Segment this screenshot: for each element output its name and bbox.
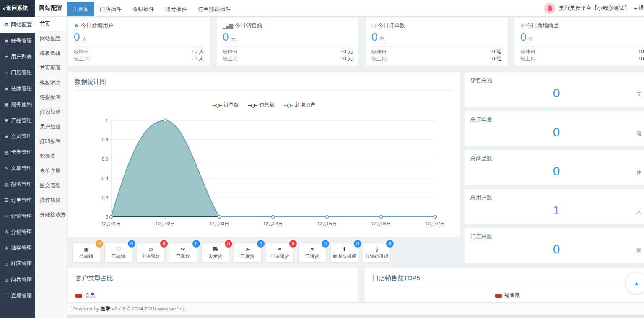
order-button-pending-verify[interactable]: 0 ◉待核销 [72,243,100,263]
order-button-refunded[interactable]: 0 ✂已退款 [169,243,197,263]
live-tv-icon: ▢ [3,293,10,299]
submenu-item-user-sms[interactable]: 用户短信 [35,120,67,134]
chevron-left-icon: ‹ [3,5,5,11]
sidebar-item-survey[interactable]: ▤问卷管理 [0,272,35,288]
order-button-refund-requested[interactable]: 0 ∞申请退款 [137,243,165,263]
customer-type-panel: 客户类型占比 会员 非会员 [68,268,358,302]
submenu-item-template-message[interactable]: 模板消息 [35,76,67,90]
svg-text:12月05日: 12月05日 [317,221,337,226]
customer-type-title: 客户类型占比 [75,268,350,287]
order-button-shipped[interactable]: 0 ➤已发货 [234,243,262,263]
arrow-up-icon: ▲ [634,280,639,287]
sidebar-item-store[interactable]: ⌂门店管理 [0,65,35,81]
sidebar-item-coupon[interactable]: ▤卡券管理 [0,144,35,160]
submenu-item-merchant-sms[interactable]: 商家短信 [35,105,67,120]
legend-new-users[interactable]: 新增用户 [284,102,315,109]
store-sales-title: 门店销售额TOP5 [372,268,642,287]
tab-bar: 主界面 门店插件 收银插件 取号插件 订单辅助插件 [67,0,236,16]
submenu-item-home[interactable]: 首页 [35,17,67,31]
order-icon: ☰ [3,198,10,203]
store-icon: ⌂ [3,70,10,75]
total-value: 0 [465,242,644,256]
bottom-strip [67,315,644,318]
submenu-item-form-fields[interactable]: 表单字段 [35,164,67,178]
sidebar-item-user-list[interactable]: ☰用户列表 [0,49,35,65]
badge-count: 0 [354,240,361,248]
products-icon: ⊞ [3,118,10,123]
logout-link[interactable]: ➔ 退 [634,5,644,12]
sidebar-item-lottery[interactable]: ★抽奖管理 [0,240,35,256]
order-button-verified[interactable]: 0 ♡已核销 [104,243,132,263]
submenu-item-image-text[interactable]: 图文管理 [35,178,67,193]
legend-sales[interactable]: 销售额 [248,102,275,109]
signup-icon: ▥ [3,182,10,187]
sidebar-item-products[interactable]: ⊞产品管理 [0,112,35,128]
arrow-up-icon: ↑ [340,49,343,55]
legend-sales-amount[interactable]: 销售额 [495,292,520,299]
stat-card-orders: ▤今日订单数 0笔 较昨日↑0 笔 较上周↑0 笔 [366,18,507,66]
order-button-not-shipped[interactable]: 0 ⛟未发货 [201,243,229,263]
submenu-item-home-config[interactable]: 首页配置 [35,61,67,76]
stat-value: 0 [371,31,377,43]
order-button-returned[interactable]: 0 ⚭已退货 [298,243,326,263]
sidebar-item-order[interactable]: ☰订单管理 [0,192,35,208]
sidebar-item-signup[interactable]: ▥报名管理 [0,176,35,192]
badge-count: 0 [322,240,329,248]
sidebar-item-website-config[interactable]: ⚙网站配置 [0,17,35,33]
sidebar-item-live[interactable]: ▢直播管理 [0,288,35,304]
order-button-distributor-withdraw[interactable]: 0 ⚷分销待提现 [363,243,391,263]
tab-order-helper-plugin[interactable]: 订单辅助插件 [192,2,236,16]
svg-text:0.2: 0.2 [102,195,108,200]
svg-text:12月06日: 12月06日 [371,221,391,226]
total-value: 1 [465,203,644,217]
technician-icon: ☻ [3,86,10,91]
submenu-item-template-select[interactable]: 模板选择 [35,46,67,61]
sidebar-item-member[interactable]: ☻会员管理 [0,128,35,144]
arrow-down-icon: ↓ [192,56,194,62]
badge-count: 0 [289,240,297,248]
user-list-icon: ☰ [3,54,10,60]
tab-cashier-plugin[interactable]: 收银插件 [127,2,160,16]
sign-out-icon: ➔ [634,5,638,11]
stat-cards-row: ☻今日新增用户 0人 较昨日↑0 人 较上周↓1 人 ▁▄▆今日销售额 0元 较… [68,18,644,66]
sidebar-item-article[interactable]: ✎文章管理 [0,160,35,176]
arrow-up-icon: ↑ [489,49,492,55]
total-value: 0 [465,125,644,139]
sidebar-item-booking[interactable]: ▦服务预约 [0,96,35,112]
sidebar-item-comment[interactable]: ✉评论管理 [0,208,35,224]
stat-value: 0 [223,31,229,43]
sidebar-item-technician[interactable]: ☻技师管理 [0,81,35,96]
legend-marker-icon [213,105,222,106]
back-label: 返回系统 [6,5,28,12]
sidebar-item-community[interactable]: ⌂社区管理 [0,256,35,272]
order-button-merchant-withdraw[interactable]: 0 ℹ商家待提现 [330,243,358,263]
arrow-up-icon: ↑ [489,56,492,62]
submenu-item-site-config[interactable]: 网站配置 [35,31,67,46]
legend-orders[interactable]: 订单数 [213,102,239,109]
store-sales-top5-panel: 门店销售额TOP5 销售额 [365,268,644,302]
back-to-system-button[interactable]: ‹ 返回系统 [0,0,35,17]
stat-value: 0 [520,31,526,43]
legend-member[interactable]: 会员 [75,292,350,299]
tab-queue-plugin[interactable]: 取号插件 [160,2,192,16]
submenu-item-print-config[interactable]: 打印配置 [35,134,67,149]
svg-text:12月03日: 12月03日 [210,221,229,226]
bar-legend: 销售额 [372,292,642,302]
svg-text:0.8: 0.8 [102,137,108,142]
submenu-item-permissions[interactable]: 操作权限 [35,193,67,208]
order-button-return-requested[interactable]: 0 ⚭申请退货 [266,243,294,263]
arrow-up-icon: ↑ [340,56,343,62]
badge-count: 0 [160,240,168,248]
submenu-item-split-receiver[interactable]: 分账接收方 [35,208,67,222]
scroll-top-button[interactable]: ▲ [626,273,644,294]
order-status-row: 0 ◉待核销 0 ♡已核销 0 ∞申请退款 0 [68,243,460,263]
tab-store-plugin[interactable]: 门店插件 [94,2,127,16]
submenu-item-poster-config[interactable]: 海报配置 [35,90,67,105]
submenu-item-carousel[interactable]: 轮播图 [35,149,67,164]
account-icon: ☻ [3,38,10,43]
chart-title: 数据统计图 [75,72,453,90]
sidebar-item-distribution[interactable]: ⁂分销管理 [0,224,35,240]
tab-main[interactable]: 主界面 [67,2,94,16]
badge-count: 0 [386,240,394,248]
sidebar-item-account[interactable]: ☻账号管理 [0,33,35,49]
